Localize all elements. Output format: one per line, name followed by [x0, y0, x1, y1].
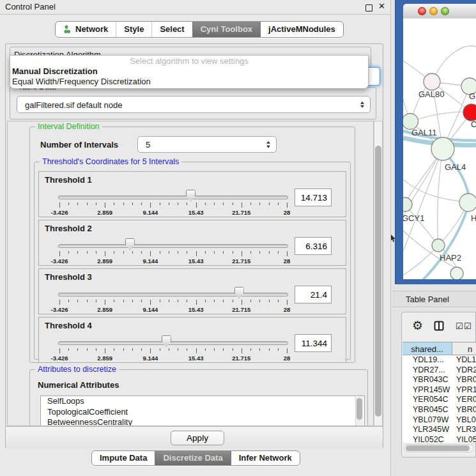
list-item[interactable]: SelfLoops: [41, 396, 364, 407]
close-traffic-light-icon[interactable]: [418, 7, 426, 15]
float-window-icon[interactable]: [365, 4, 372, 12]
slider-ticks: [59, 348, 287, 354]
tab-style[interactable]: Style: [116, 22, 151, 37]
table-panel-title: Table Panel: [406, 295, 449, 304]
dropdown-prompt: Select algorithm to view settings: [10, 56, 368, 66]
node-gal80[interactable]: [424, 73, 440, 90]
svg-text:C: C: [471, 119, 476, 129]
table-row[interactable]: YER054CYER054C: [403, 395, 476, 405]
threshold-3-panel: Threshold 3 -3.4262.8599.14415.4321.7152…: [38, 268, 346, 314]
settings-scroll-area: Interval Definition Number of Intervals …: [7, 121, 374, 426]
list-item[interactable]: TopologicalCoefficient: [41, 407, 364, 418]
slider-tick-labels: -3.4262.8599.14415.4321.71528: [59, 306, 287, 313]
slider-ticks: [59, 300, 287, 305]
dropdown-option-manual-discretization[interactable]: Manual Discretization: [10, 66, 368, 77]
slider-thumb[interactable]: [186, 190, 196, 201]
table-row[interactable]: YDL19...YDL19...: [403, 355, 476, 365]
checkbox-icon[interactable]: ☑: [456, 322, 463, 330]
node-gal11[interactable]: [403, 114, 418, 130]
mouse-cursor: [390, 233, 396, 245]
control-panel-window: Control Panel ✕ NetworkStyleSelectCyni T…: [0, 0, 391, 476]
table-row[interactable]: YLR345WYLR345W: [403, 425, 476, 435]
threshold-2-slider[interactable]: -3.4262.8599.14415.4321.71528: [59, 220, 287, 265]
column-header-name[interactable]: n: [452, 342, 476, 355]
node-hap2[interactable]: [432, 239, 445, 252]
table-row[interactable]: YIL052CYIL052C: [403, 435, 476, 443]
settings-vertical-scrollbar[interactable]: [374, 121, 383, 426]
node-gal4[interactable]: [431, 137, 454, 160]
slider-thumb[interactable]: [234, 287, 244, 298]
threshold-coordinates-group: Threshold's Coordinates for 5 Intervals …: [34, 162, 351, 360]
table-panel-titlebar: Table Panel: [392, 291, 476, 307]
threshold-3-value-field[interactable]: [295, 286, 332, 303]
tab-jactivemnodules[interactable]: jActiveMNodules: [260, 22, 343, 37]
node-selected-red[interactable]: [463, 104, 476, 121]
threshold-1-panel: Threshold 1 -3.4262.8599.14415.4321.7152…: [38, 171, 346, 217]
tab-impute-data[interactable]: Impute Data: [92, 451, 155, 465]
svg-text:H: H: [471, 213, 476, 223]
tab-network[interactable]: Network: [56, 22, 116, 37]
apply-button[interactable]: Apply: [171, 431, 224, 445]
list-item[interactable]: BetweennessCentrality: [41, 417, 364, 426]
table-row[interactable]: YBR043CYBR043C: [403, 375, 476, 385]
slider-track[interactable]: [58, 341, 288, 345]
slider-thumb[interactable]: [125, 238, 135, 250]
column-header-shared-name[interactable]: shared...: [403, 342, 452, 355]
control-panel-tabs: NetworkStyleSelectCyni ToolboxjActiveMNo…: [55, 21, 344, 38]
network-canvas[interactable]: GAL80 G C GAL11 GAL4 GCY1 H HAP2: [403, 19, 476, 279]
tab-cyni-toolbox[interactable]: Cyni Toolbox: [192, 22, 260, 37]
threshold-2-panel: Threshold 2 -3.4262.8599.14415.4321.7152…: [38, 220, 346, 266]
spinner-arrows-icon: [360, 101, 364, 108]
svg-text:GAL11: GAL11: [411, 128, 437, 137]
columns-icon[interactable]: [434, 321, 444, 334]
tab-infer-network[interactable]: Infer Network: [231, 451, 300, 465]
network-icon: [63, 25, 72, 34]
group-label: Threshold's Coordinates for 5 Intervals: [40, 157, 181, 166]
tab-select[interactable]: Select: [151, 22, 192, 37]
gear-icon[interactable]: ⚙: [412, 319, 423, 332]
table-data-combobox[interactable]: galFiltered.sif default node: [17, 96, 371, 113]
node-bottom-partial[interactable]: [450, 267, 463, 279]
threshold-3-slider[interactable]: -3.4262.8599.14415.4321.71528: [59, 269, 287, 314]
table-data-group: Table Data galFiltered.sif default node: [10, 87, 376, 119]
threshold-1-slider[interactable]: -3.4262.8599.14415.4321.71528: [59, 172, 287, 217]
slider-tick-labels: -3.4262.8599.14415.4321.71528: [59, 257, 287, 265]
close-icon[interactable]: ✕: [378, 1, 385, 11]
numerical-attributes-list[interactable]: SelfLoopsTopologicalCoefficientBetweenne…: [40, 395, 365, 426]
threshold-1-value-field[interactable]: [295, 188, 332, 206]
dropdown-option-equal-width-frequency[interactable]: Equal Width/Frequency Discretization: [10, 77, 368, 87]
minimize-traffic-light-icon[interactable]: [429, 7, 438, 15]
table-horizontal-scrollbar[interactable]: [404, 444, 474, 452]
control-panel-titlebar: Control Panel ✕: [0, 0, 390, 15]
attributes-to-discretize-group: Attributes to discretize Numerical Attri…: [29, 369, 368, 426]
table-row[interactable]: YPR145WYPR145W: [403, 385, 476, 395]
threshold-4-value-field[interactable]: [295, 334, 332, 352]
number-of-intervals-combobox[interactable]: 5: [137, 136, 277, 153]
svg-text:GAL4: GAL4: [445, 162, 466, 172]
zoom-traffic-light-icon[interactable]: [441, 7, 449, 15]
checkbox-icon[interactable]: ☑: [464, 322, 472, 330]
threshold-4-panel: Threshold 4 -3.4262.8599.14415.4321.7152…: [38, 317, 346, 363]
svg-text:HAP2: HAP2: [440, 253, 461, 263]
table-data-selected-value: galFiltered.sif default node: [25, 100, 122, 109]
slider-track[interactable]: [58, 244, 288, 248]
window-title: Control Panel: [5, 2, 56, 12]
number-of-intervals-value: 5: [146, 140, 150, 150]
slider-track[interactable]: [58, 196, 288, 199]
network-view-window: GAL80 G C GAL11 GAL4 GCY1 H HAP2: [395, 0, 476, 284]
node-gcy1[interactable]: [403, 197, 412, 211]
cyni-mode-tabs: Impute DataDiscretize DataInfer Network: [91, 450, 300, 466]
node-right[interactable]: [459, 194, 476, 211]
slider-track[interactable]: [58, 293, 288, 296]
table-row[interactable]: YBL079WYBL079W: [403, 415, 476, 426]
slider-ticks: [59, 203, 287, 208]
slider-thumb[interactable]: [162, 335, 171, 347]
list-scrollbar[interactable]: [355, 397, 364, 426]
svg-text:G: G: [469, 91, 475, 101]
threshold-2-value-field[interactable]: [295, 237, 332, 255]
threshold-4-slider[interactable]: -3.4262.8599.14415.4321.71528: [59, 318, 287, 362]
number-of-intervals-label: Number of Intervals: [40, 140, 118, 150]
table-row[interactable]: YDR27...YDR27...: [403, 365, 476, 376]
tab-discretize-data[interactable]: Discretize Data: [155, 451, 230, 465]
table-row[interactable]: YBR045CYBR045C: [403, 405, 476, 415]
